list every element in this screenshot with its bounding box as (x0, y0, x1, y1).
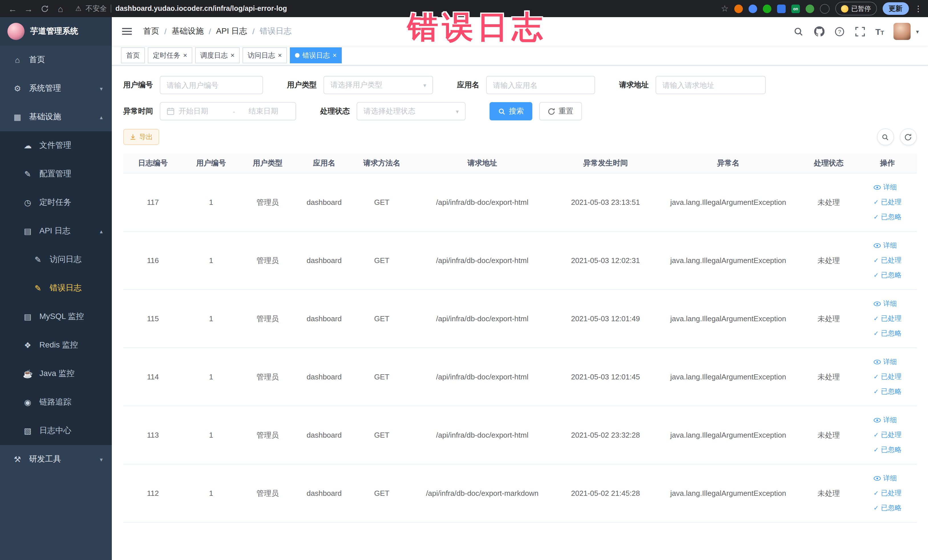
close-icon[interactable]: × (278, 52, 282, 59)
screenshot-root: ← → ⌂ ⚠ 不安全 dashboard.yudao.iocoder.cn/i… (0, 0, 928, 560)
mark-processed-link[interactable]: ✓已处理 (873, 256, 902, 265)
sidebar-item-config-management[interactable]: ✎ 配置管理 (0, 160, 112, 188)
font-size-icon[interactable]: TT (875, 26, 884, 36)
home-icon[interactable]: ⌂ (53, 2, 67, 15)
sidebar-item-access-log[interactable]: ✎ 访问日志 (0, 245, 112, 274)
sidebar-toggle-icon[interactable] (121, 26, 133, 37)
forward-icon[interactable]: → (22, 2, 35, 15)
home-icon: ⌂ (12, 55, 22, 64)
mark-processed-link[interactable]: ✓已处理 (873, 197, 902, 207)
close-icon[interactable]: × (333, 52, 337, 59)
sidebar-item-api-log[interactable]: ▤ API 日志 ▴ (0, 217, 112, 245)
document-icon: ✎ (33, 284, 43, 293)
check-icon: ✓ (873, 330, 879, 337)
mark-ignored-link[interactable]: ✓已忽略 (873, 445, 902, 455)
detail-link[interactable]: 详细 (873, 241, 897, 250)
user-id-input[interactable] (166, 81, 256, 89)
breadcrumb-item[interactable]: 基础设施 (172, 26, 204, 37)
mark-ignored-link[interactable]: ✓已忽略 (873, 270, 902, 280)
toggle-search-icon[interactable] (877, 128, 894, 145)
filter-user-type: 用户类型 请选择用户类型 ▾ (287, 76, 433, 94)
check-icon: ✓ (873, 490, 879, 497)
profile-emoji-icon (841, 5, 849, 12)
detail-link[interactable]: 详细 (873, 299, 897, 309)
sidebar-item-dev-tools[interactable]: ⚒ 研发工具 ▾ (0, 445, 112, 473)
close-icon[interactable]: × (183, 52, 187, 59)
mark-ignored-link[interactable]: ✓已忽略 (873, 387, 902, 397)
sidebar-item-system[interactable]: ⚙ 系统管理 ▾ (0, 74, 112, 103)
update-button[interactable]: 更新 (882, 2, 908, 15)
tag-access-log[interactable]: 访问日志 × (243, 47, 287, 63)
sidebar-item-tracing[interactable]: ◉ 链路追踪 (0, 388, 112, 417)
export-button[interactable]: 导出 (123, 129, 159, 145)
mark-processed-link[interactable]: ✓已处理 (873, 372, 902, 382)
breadcrumb-item[interactable]: 首页 (143, 26, 159, 37)
date-range-picker[interactable]: 开始日期 - 结束日期 (160, 102, 296, 121)
database-icon: ▤ (23, 312, 32, 321)
extension-icon[interactable] (806, 4, 814, 13)
gear-icon: ⚙ (12, 84, 22, 93)
tag-schedule-log[interactable]: 调度日志 × (195, 47, 240, 63)
mark-ignored-link[interactable]: ✓已忽略 (873, 329, 902, 338)
sidebar-item-java-monitor[interactable]: ☕ Java 监控 (0, 359, 112, 388)
detail-link[interactable]: 详细 (873, 473, 897, 483)
github-icon[interactable] (814, 26, 824, 37)
sidebar-item-infrastructure[interactable]: ▦ 基础设施 ▴ (0, 103, 112, 131)
browser-menu-icon[interactable]: ⋮ (914, 4, 922, 13)
extension-icon[interactable] (734, 4, 743, 13)
extension-icon[interactable] (820, 4, 830, 14)
user-avatar[interactable] (894, 23, 911, 40)
col-exception-name: 异常名 (658, 154, 799, 173)
app-name-input[interactable] (493, 81, 588, 89)
tag-error-log[interactable]: 错误日志 × (290, 47, 342, 63)
sidebar-item-mysql-monitor[interactable]: ▤ MySQL 监控 (0, 302, 112, 331)
mark-processed-link[interactable]: ✓已处理 (873, 314, 902, 323)
process-status-select[interactable]: 请选择处理状态 ▾ (357, 102, 466, 121)
address-bar[interactable]: ⚠ 不安全 dashboard.yudao.iocoder.cn/infra/l… (70, 2, 719, 15)
table-row: 117 1 管理员 dashboard GET /api/infra/db-do… (123, 173, 917, 231)
eye-icon: ◉ (23, 398, 32, 407)
paused-badge[interactable]: 已暂停 (835, 2, 877, 15)
mark-processed-link[interactable]: ✓已处理 (873, 488, 902, 498)
search-button[interactable]: 搜索 (490, 102, 532, 121)
extension-icon[interactable] (749, 4, 757, 13)
refresh-icon (548, 108, 555, 115)
detail-link[interactable]: 详细 (873, 415, 897, 425)
not-secure-warning-icon: ⚠ (75, 5, 82, 12)
extension-icon[interactable]: on (791, 4, 800, 13)
request-url-input[interactable] (662, 81, 759, 89)
sidebar-item-file-management[interactable]: ☁ 文件管理 (0, 131, 112, 160)
sidebar-item-redis-monitor[interactable]: ❖ Redis 监控 (0, 331, 112, 359)
breadcrumb: 首页 / 基础设施 / API 日志 / 错误日志 (143, 26, 292, 37)
refresh-icon[interactable] (899, 128, 917, 145)
mark-ignored-link[interactable]: ✓已忽略 (873, 212, 902, 222)
sidebar-item-scheduled-jobs[interactable]: ◷ 定时任务 (0, 188, 112, 217)
browser-toolbar-right: ☆ on 已暂停 更新 ⋮ (721, 2, 922, 15)
tag-home[interactable]: 首页 (121, 47, 145, 63)
sidebar-item-error-log[interactable]: ✎ 错误日志 (0, 274, 112, 302)
detail-link[interactable]: 详细 (873, 183, 897, 192)
detail-link[interactable]: 详细 (873, 357, 897, 367)
back-icon[interactable]: ← (6, 2, 20, 15)
extension-icon[interactable] (763, 4, 771, 13)
breadcrumb-item[interactable]: API 日志 (216, 26, 247, 37)
help-icon[interactable]: ? (834, 26, 845, 37)
user-type-select[interactable]: 请选择用户类型 ▾ (324, 76, 433, 94)
reset-button[interactable]: 重置 (539, 102, 582, 121)
chevron-down-icon: ▾ (100, 456, 103, 462)
col-user-id: 用户编号 (183, 154, 240, 173)
tag-scheduled-jobs[interactable]: 定时任务 × (148, 47, 192, 63)
logo[interactable]: 芋道管理系统 (0, 17, 112, 46)
search-icon[interactable] (793, 26, 804, 37)
extension-icon[interactable] (777, 4, 786, 13)
bookmark-star-icon[interactable]: ☆ (721, 3, 729, 14)
mark-ignored-link[interactable]: ✓已忽略 (873, 503, 902, 513)
chevron-down-icon[interactable]: ▾ (916, 28, 919, 35)
mark-processed-link[interactable]: ✓已处理 (873, 430, 902, 440)
fullscreen-icon[interactable] (855, 26, 865, 37)
filter-row-1: 用户编号 用户类型 请选择用户类型 ▾ 应用名 (123, 76, 917, 94)
close-icon[interactable]: × (230, 52, 235, 59)
reload-icon[interactable] (38, 2, 51, 15)
sidebar-item-home[interactable]: ⌂ 首页 (0, 46, 112, 74)
sidebar-item-log-center[interactable]: ▧ 日志中心 (0, 417, 112, 445)
